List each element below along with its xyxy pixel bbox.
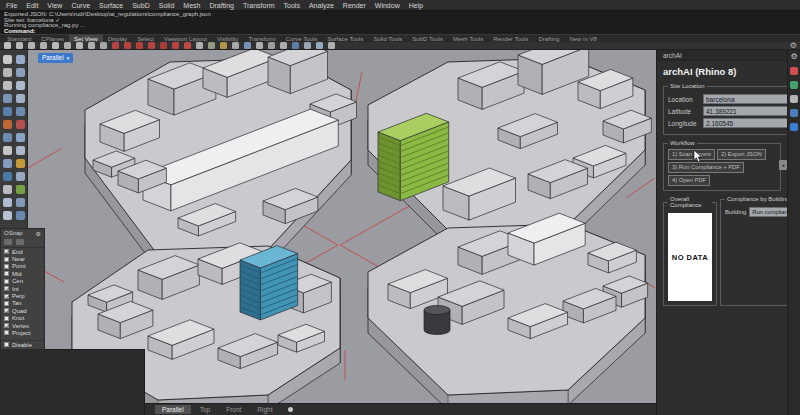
pan-view-icon[interactable] xyxy=(316,42,323,49)
osnap-checkbox-row[interactable]: Mid xyxy=(1,270,44,277)
zoom-tool-icon[interactable] xyxy=(3,81,12,90)
osnap-filter2-icon[interactable] xyxy=(16,239,24,245)
zoom-target-icon[interactable] xyxy=(88,42,95,49)
menu-item[interactable]: View xyxy=(47,2,62,9)
menu-item[interactable]: Mesh xyxy=(183,2,200,9)
help-panel-icon[interactable] xyxy=(790,123,798,131)
workflow-button[interactable]: 4) Open PDF xyxy=(668,175,710,186)
osnap-checkbox-row[interactable]: Quad xyxy=(1,307,44,314)
display-mode-icon[interactable] xyxy=(304,42,311,49)
checkbox-icon[interactable] xyxy=(4,294,9,299)
checkbox-icon[interactable] xyxy=(4,342,9,347)
zoom-selected-icon[interactable] xyxy=(52,42,59,49)
toolbar-tab[interactable]: Curve Tools xyxy=(281,35,323,42)
arc-tool-icon[interactable] xyxy=(16,107,25,116)
toolbar-tab[interactable]: Viewport Layout xyxy=(159,35,212,42)
set-view-perspective-icon[interactable] xyxy=(148,42,155,49)
hatch-tool-icon[interactable] xyxy=(3,159,12,168)
checkbox-icon[interactable] xyxy=(4,316,9,321)
pan-hand-icon[interactable] xyxy=(4,42,11,49)
viewport-layout-icon[interactable] xyxy=(208,42,215,49)
dimension-tool-icon[interactable] xyxy=(16,146,25,155)
toolbar-tab[interactable]: Solid Tools xyxy=(368,35,407,42)
toolbar-tab[interactable]: Mesh Tools xyxy=(448,35,488,42)
boolean-tool-icon[interactable] xyxy=(3,172,12,181)
archai-panel-tab[interactable]: archAI xyxy=(657,50,787,61)
workflow-button[interactable]: 2) Export JSON xyxy=(717,149,766,160)
viewport-tab[interactable]: Front xyxy=(219,405,248,414)
layer-tool-icon[interactable] xyxy=(3,198,12,207)
osnap-checkbox-row[interactable]: Knot xyxy=(1,315,44,322)
layers-panel-icon[interactable] xyxy=(790,67,798,75)
screen-capture-icon[interactable] xyxy=(328,42,335,49)
circle-tool-icon[interactable] xyxy=(3,107,12,116)
lock-tool-icon[interactable] xyxy=(3,211,12,220)
panel-collapse-button[interactable]: ◂ xyxy=(779,160,787,170)
toolbar-tab[interactable]: CPlanes xyxy=(36,35,69,42)
toolbar-tab[interactable]: Set View xyxy=(69,35,103,42)
toolbar-tab[interactable]: Drafting xyxy=(533,35,564,42)
set-view-front-icon[interactable] xyxy=(124,42,131,49)
osnap-checkbox-row[interactable]: Vertex xyxy=(1,322,44,329)
longitude-input[interactable] xyxy=(703,118,797,128)
checkbox-icon[interactable] xyxy=(4,271,9,276)
toolbar-tab[interactable]: SubD Tools xyxy=(407,35,448,42)
toolbar-tab[interactable]: New in V8 xyxy=(564,35,601,42)
shaded-view-icon[interactable] xyxy=(256,42,263,49)
text-tool-icon[interactable] xyxy=(3,146,12,155)
rotate-view-icon[interactable] xyxy=(76,42,83,49)
menu-item[interactable]: Solid xyxy=(159,2,175,9)
viewport-tab[interactable]: Top xyxy=(193,405,217,414)
checkbox-icon[interactable] xyxy=(4,286,9,291)
menu-item[interactable]: Transform xyxy=(243,2,275,9)
mesh-tool-icon[interactable] xyxy=(16,172,25,181)
block-tool-icon[interactable] xyxy=(16,159,25,168)
location-input[interactable] xyxy=(703,94,797,104)
latitude-input[interactable] xyxy=(703,106,797,116)
undo-view-icon[interactable] xyxy=(100,42,107,49)
viewport-tab[interactable]: Parallel xyxy=(155,405,191,414)
checkbox-icon[interactable] xyxy=(4,330,9,335)
materials-panel-icon[interactable] xyxy=(790,109,798,117)
checkbox-icon[interactable] xyxy=(4,257,9,262)
workflow-button[interactable]: 1) Scan Layers xyxy=(668,149,715,160)
workflow-button[interactable]: 3) Run Compliance + PDF xyxy=(668,162,744,173)
osnap-checkbox-row[interactable]: Tan xyxy=(1,300,44,307)
zoom-lens-icon[interactable] xyxy=(268,42,275,49)
toolbar-tab[interactable]: Select xyxy=(132,35,159,42)
menu-item[interactable]: Window xyxy=(375,2,400,9)
osnap-checkbox-row[interactable]: End xyxy=(1,248,44,255)
osnap-disable-row[interactable]: Disable xyxy=(1,340,44,347)
toolbar-tab[interactable]: Visibility xyxy=(212,35,244,42)
move-view-icon[interactable] xyxy=(16,42,23,49)
osnap-checkbox-row[interactable]: Point xyxy=(1,263,44,270)
synchronize-views-icon[interactable] xyxy=(220,42,227,49)
viewport-title-tab[interactable]: Parallel ▾ xyxy=(38,53,73,63)
menu-item[interactable]: Curve xyxy=(71,2,90,9)
set-view-top-icon[interactable] xyxy=(112,42,119,49)
menu-item[interactable]: SubD xyxy=(132,2,150,9)
menu-item[interactable]: Surface xyxy=(99,2,123,9)
selection-filter-icon[interactable] xyxy=(16,55,25,64)
polyline-tool-icon[interactable] xyxy=(16,94,25,103)
zoom-window-icon[interactable] xyxy=(40,42,47,49)
rendering-panel-icon[interactable] xyxy=(790,81,798,89)
menu-item[interactable]: Edit xyxy=(26,2,38,9)
menu-item[interactable]: Help xyxy=(409,2,423,9)
checkbox-icon[interactable] xyxy=(4,249,9,254)
set-view-right-icon[interactable] xyxy=(136,42,143,49)
named-view-icon[interactable] xyxy=(196,42,203,49)
move-tool-icon[interactable] xyxy=(3,68,12,77)
checkbox-icon[interactable] xyxy=(4,279,9,284)
checkbox-icon[interactable] xyxy=(4,323,9,328)
osnap-checkbox-row[interactable]: Near xyxy=(1,255,44,262)
properties-gear-icon[interactable]: ⚙ xyxy=(790,53,797,61)
osnap-checkbox-row[interactable]: Perp xyxy=(1,292,44,299)
set-view-bottom-icon[interactable] xyxy=(172,42,179,49)
toolbar-options-gear-icon[interactable]: ⚙ xyxy=(790,41,797,50)
zoom-extents-icon[interactable] xyxy=(64,42,71,49)
osnap-checkbox-row[interactable]: Project xyxy=(1,329,44,336)
new-viewport-icon[interactable] xyxy=(288,407,293,412)
extrude-tool-icon[interactable] xyxy=(16,133,25,142)
osnap-checkbox-row[interactable]: Int xyxy=(1,285,44,292)
